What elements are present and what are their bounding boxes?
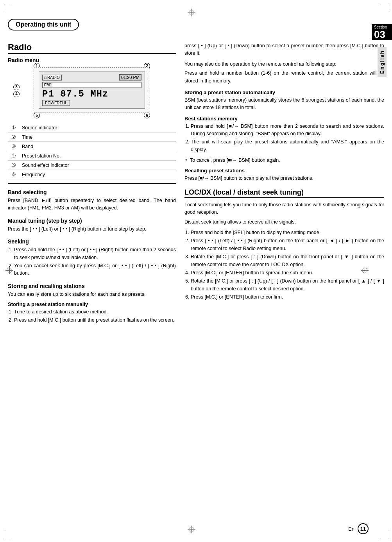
display-top-row: □ RADIO 01:20 PM (42, 74, 141, 80)
list-item: Press and hold [■/→ BSM] button more tha… (191, 123, 384, 138)
display-source-box: □ RADIO (42, 75, 62, 80)
list-item: Rotate the [M.C.] or press [ : ] (Up) / … (191, 277, 384, 293)
list-item: Rotate the [M.C.] or press [ : ] (Down) … (191, 253, 384, 268)
display-band-row: FM1 (42, 82, 141, 88)
list-item: To cancel, press [■/→ BSM] button again. (184, 157, 384, 164)
corner-mark-br (381, 531, 388, 538)
locdx-heading: LOC/DX (local / distant seek tuning) (184, 188, 384, 198)
list-item: Press and hold the [ • • ] (Left) or [ •… (14, 246, 176, 261)
two-column-layout: Radio Radio menu 1 2 3 4 (8, 42, 384, 327)
corner-mark-bl (4, 531, 11, 538)
storing-recalling-body: You can easily store up to six stations … (8, 291, 176, 298)
seeking-list: Press and hold the [ • • ] (Left) or [ •… (8, 246, 176, 277)
legend-num: ② (8, 132, 20, 142)
band-selecting-body: Press [BAND ►/II] button repeatedly to s… (8, 197, 176, 212)
display-effect: POWERFUL (42, 100, 70, 106)
display-freq: P1 87.5 MHz (42, 89, 141, 99)
locdx-body2: Distant seek tuning allows to receive al… (184, 218, 384, 226)
best-stations-list: Press and hold [■/→ BSM] button more tha… (184, 123, 384, 154)
storing-auto-heading: Storing a preset station automatically (184, 89, 384, 95)
list-item: Tune to a desired station as above metho… (14, 308, 176, 316)
crosshair-top (188, 9, 195, 16)
locdx-list: Press and hold the [SEL] button to displ… (184, 229, 384, 301)
list-item: Press and hold the [SEL] button to displ… (191, 229, 384, 236)
corner-mark-tr (381, 4, 388, 11)
band-selecting-heading: Band selecting (8, 189, 176, 195)
legend-label: Frequency (20, 170, 176, 179)
display-diagram: □ RADIO 01:20 PM FM1 P1 87.5 MHz POWERF (34, 67, 150, 113)
page-num-circle: 11 (358, 523, 369, 534)
callout-3: 3 (13, 84, 20, 90)
radio-heading: Radio (8, 42, 176, 54)
crosshair-left (5, 267, 13, 274)
page-title: Operating this unit (8, 19, 79, 30)
callout-4-left: 4 (13, 91, 20, 97)
storing-preset-cont: press [ • ] (Up) or [ • ] (Down) button … (184, 42, 384, 57)
callout-6: 6 (144, 112, 150, 118)
radio-menu-label: Radio menu (8, 57, 176, 63)
display-source-icon: □ (44, 75, 47, 80)
callout-4: 4 (13, 91, 20, 97)
left-column: Radio Radio menu 1 2 3 4 (8, 42, 176, 327)
recalling-body: Press [■/→ BSM] button to scan play all … (184, 175, 384, 182)
manual-tuning-heading: Manual tuning (step by step) (8, 218, 176, 224)
legend-num: ⑥ (8, 170, 20, 179)
legend-label: Band (20, 142, 176, 151)
right-column: press [ • ] (Up) or [ • ] (Down) button … (184, 42, 384, 327)
storing-preset-manually-list: Tune to a desired station as above metho… (8, 308, 176, 324)
legend-row: ① Source indicator (8, 123, 176, 132)
legend-num: ⑤ (8, 161, 20, 170)
crosshair-bottom (188, 526, 195, 533)
legend-table: ① Source indicator ② Time ③ Band ④ Prese… (8, 123, 176, 179)
callout-5: 5 (34, 112, 40, 118)
recalling-heading: Recalling preset stations (184, 168, 384, 174)
display-inner: □ RADIO 01:20 PM FM1 P1 87.5 MHz POWERF (39, 72, 145, 109)
legend-label: Sound effect indicator (20, 161, 176, 170)
callout-3-left: 3 (13, 84, 20, 90)
section-tab: Section 03 (372, 24, 392, 40)
manual-tuning-body: Press the [ • • ] (Left) or [ • • ] (Rig… (8, 225, 176, 233)
legend-row: ② Time (8, 132, 176, 142)
best-stations-bullets: To cancel, press [■/→ BSM] button again. (184, 157, 384, 164)
english-vertical-label: English (378, 47, 387, 77)
legend-num: ① (8, 123, 20, 132)
corner-mark-tl (4, 4, 11, 11)
legend-row: ④ Preset station No. (8, 151, 176, 161)
legend-num: ④ (8, 151, 20, 161)
display-time: 01:20 PM (119, 74, 141, 80)
remote-body2: Press and hold a number button (1-6) on … (184, 70, 384, 85)
crosshair-right (361, 267, 369, 274)
storing-recalling-heading: Storing and recalling stations (8, 283, 176, 289)
legend-num: ③ (8, 142, 20, 151)
storing-preset-manually-heading: Storing a preset station manually (8, 301, 176, 307)
remote-body: You may also do the operation by the rem… (184, 61, 384, 68)
best-stations-heading: Best stations memory (184, 116, 384, 122)
seeking-heading: Seeking (8, 238, 176, 245)
storing-auto-body: BSM (best stations memory) automatically… (184, 97, 384, 112)
legend-row: ⑥ Frequency (8, 170, 176, 179)
page: Section 03 English Operating this unit R… (0, 0, 392, 542)
legend-label: Preset station No. (20, 151, 176, 161)
list-item: Press [M.C.] or [ENTER] button to spread… (191, 269, 384, 277)
list-item: The unit will scan play the preset stati… (191, 138, 384, 154)
legend-row: ⑤ Sound effect indicator (8, 161, 176, 170)
display-band-box: FM1 (42, 82, 141, 88)
locdx-body1: Local seek tuning lets you tune to only … (184, 201, 384, 216)
page-num-prefix: En (348, 526, 354, 532)
list-item: Press [M.C.] or [ENTER] button to confir… (191, 293, 384, 301)
list-item: Press and hold [M.C.] button until the p… (14, 317, 176, 324)
legend-label: Source indicator (20, 123, 176, 132)
legend-row: ③ Band (8, 142, 176, 151)
display-source-text: RADIO (47, 75, 60, 80)
english-side: English (372, 47, 392, 77)
list-item: Press [ • • ] (Left) / [ • • ] (Right) b… (191, 237, 384, 252)
list-item: You can cancel seek tuning by press [M.C… (14, 262, 176, 277)
legend-label: Time (20, 132, 176, 142)
section-number: 03 (374, 29, 392, 39)
page-number-area: En 11 (348, 523, 369, 534)
